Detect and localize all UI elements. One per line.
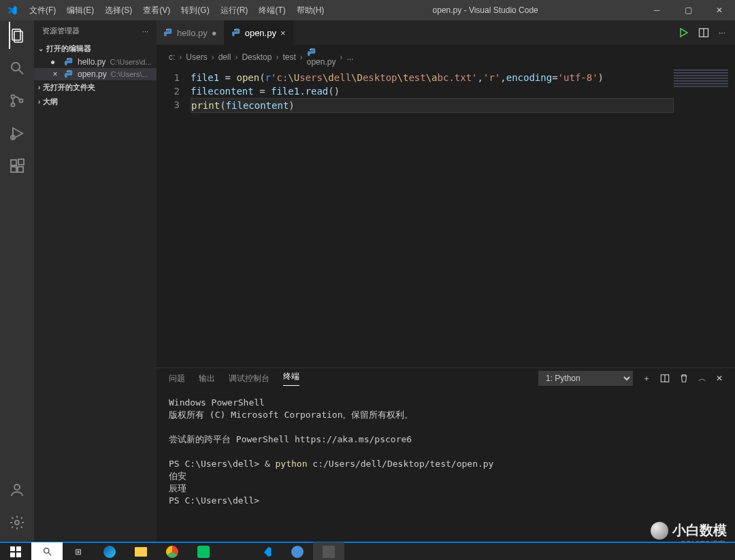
breadcrumb[interactable]: c:›Users›dell›Desktop›test› open.py›... (157, 45, 735, 69)
breadcrumb-segment[interactable]: open.py (307, 48, 336, 67)
taskbar-search-icon[interactable] (31, 542, 63, 560)
svg-point-13 (15, 521, 19, 525)
menu-item[interactable]: 运行(R) (215, 0, 254, 20)
vscode-logo-icon (0, 5, 24, 16)
app-icon-3[interactable] (313, 542, 344, 560)
breadcrumb-segment[interactable]: c: (169, 52, 175, 62)
output-tab[interactable]: 输出 (199, 373, 215, 384)
split-terminal-icon[interactable] (660, 374, 670, 383)
tab-label: hello.py (177, 28, 208, 38)
menu-item[interactable]: 查看(V) (137, 0, 176, 20)
task-view-icon[interactable]: ⊞ (63, 542, 94, 560)
svg-rect-23 (10, 546, 15, 551)
search-icon[interactable] (9, 60, 25, 76)
python-file-icon (64, 69, 74, 79)
svg-line-28 (48, 553, 51, 555)
vscode-taskbar-icon[interactable] (250, 542, 282, 560)
svg-point-20 (310, 49, 310, 50)
tab-label: open.py (245, 28, 276, 38)
svg-rect-8 (11, 160, 16, 165)
svg-rect-9 (11, 167, 16, 172)
breadcrumb-segment[interactable]: dell (218, 52, 231, 62)
chevron-right-icon: › (38, 84, 40, 91)
maximize-button[interactable]: ▢ (672, 0, 704, 20)
panel-tabs: 问题 输出 调试控制台 终端 1: Python ＋ ︿ ✕ (157, 368, 735, 386)
editor-tab[interactable]: hello.py● (157, 20, 225, 45)
svg-point-16 (166, 29, 167, 30)
start-menu-icon[interactable] (0, 542, 31, 560)
wechat-taskbar-icon[interactable] (188, 542, 219, 560)
svg-rect-25 (10, 553, 15, 557)
debug-console-tab[interactable]: 调试控制台 (229, 373, 270, 384)
svg-point-17 (234, 29, 235, 30)
activity-bar (0, 20, 34, 542)
svg-point-5 (12, 103, 15, 107)
chrome-icon[interactable] (157, 542, 188, 560)
main-area: 资源管理器 ··· ⌄ 打开的编辑器 ●hello.py C:\Users\d.… (0, 20, 735, 542)
terminal-tab[interactable]: 终端 (283, 371, 299, 386)
kill-terminal-icon[interactable] (679, 374, 689, 383)
run-debug-icon[interactable] (9, 125, 25, 142)
accounts-icon[interactable] (9, 482, 25, 498)
menu-item[interactable]: 文件(F) (24, 0, 61, 20)
file-entry[interactable]: ×open.py C:\Users\... (34, 68, 157, 80)
window-controls: ─ ▢ ✕ (641, 0, 735, 20)
watermark-text: 小白数模 (672, 521, 727, 540)
editor-tab[interactable]: open.py× (225, 20, 293, 45)
breadcrumb-segment[interactable]: ... (346, 52, 353, 62)
menu-item[interactable]: 帮助(H) (291, 0, 330, 20)
edge-icon[interactable] (94, 542, 125, 560)
settings-gear-icon[interactable] (9, 514, 25, 531)
breadcrumb-segment[interactable]: Users (186, 52, 207, 62)
terminal-selector[interactable]: 1: Python (538, 371, 633, 386)
windows-taskbar[interactable]: ⊞ (0, 542, 735, 560)
chevron-right-icon: › (212, 52, 214, 62)
svg-point-2 (12, 63, 20, 71)
maximize-panel-icon[interactable]: ︿ (698, 373, 706, 384)
code-content[interactable]: file1 = open(r'c:\Users\dell\Desktop\tes… (191, 69, 674, 367)
run-file-icon[interactable] (678, 27, 689, 38)
close-tab-icon[interactable]: × (280, 28, 286, 38)
svg-point-14 (67, 59, 67, 59)
python-file-icon (231, 28, 241, 37)
file-entry[interactable]: ●hello.py C:\Users\d... (34, 56, 157, 68)
new-terminal-icon[interactable]: ＋ (642, 373, 651, 384)
outline-section[interactable]: › 大纲 (34, 95, 157, 109)
window-title: open.py - Visual Studio Code (329, 5, 641, 15)
breadcrumb-segment[interactable]: Desktop (242, 52, 272, 62)
terminal-output[interactable]: Windows PowerShell 版权所有 (C) Microsoft Co… (157, 386, 735, 542)
watermark: 小白数模 (651, 521, 727, 540)
sidebar-more-icon[interactable]: ··· (142, 27, 148, 35)
sidebar-header: 资源管理器 ··· (34, 20, 157, 42)
chevron-right-icon: › (340, 52, 342, 62)
split-editor-icon[interactable] (698, 27, 709, 38)
chevron-right-icon: › (300, 52, 303, 62)
tab-actions: ··· (678, 27, 735, 38)
open-editors-label: 打开的编辑器 (46, 44, 91, 54)
close-button[interactable]: ✕ (704, 0, 735, 20)
app-icon-2[interactable] (282, 542, 313, 560)
close-panel-icon[interactable]: ✕ (716, 374, 723, 383)
chevron-right-icon: › (38, 98, 40, 105)
open-editors-section[interactable]: ⌄ 打开的编辑器 (34, 42, 157, 56)
editor-area: hello.py●open.py× ··· c:›Users›dell›Desk… (157, 20, 735, 542)
svg-point-12 (14, 484, 20, 490)
menu-item[interactable]: 转到(G) (176, 0, 214, 20)
explorer-icon[interactable] (9, 27, 25, 44)
breadcrumb-segment[interactable]: test (282, 52, 295, 62)
extensions-icon[interactable] (9, 158, 25, 174)
minimap[interactable] (674, 69, 728, 367)
problems-tab[interactable]: 问题 (169, 373, 185, 384)
no-folder-section[interactable]: › 无打开的文件夹 (34, 80, 157, 95)
menu-item[interactable]: 编辑(E) (61, 0, 99, 20)
code-editor[interactable]: 123 file1 = open(r'c:\Users\dell\Desktop… (157, 69, 735, 367)
minimize-button[interactable]: ─ (641, 0, 672, 20)
menu-item[interactable]: 选择(S) (99, 0, 137, 20)
editor-more-icon[interactable]: ··· (719, 28, 725, 37)
close-file-icon[interactable]: × (50, 69, 60, 79)
app-icon[interactable] (219, 542, 250, 560)
file-name: hello.py (78, 57, 105, 67)
file-explorer-icon[interactable] (125, 542, 157, 560)
menu-item[interactable]: 终端(T) (253, 0, 291, 20)
source-control-icon[interactable] (9, 93, 25, 109)
